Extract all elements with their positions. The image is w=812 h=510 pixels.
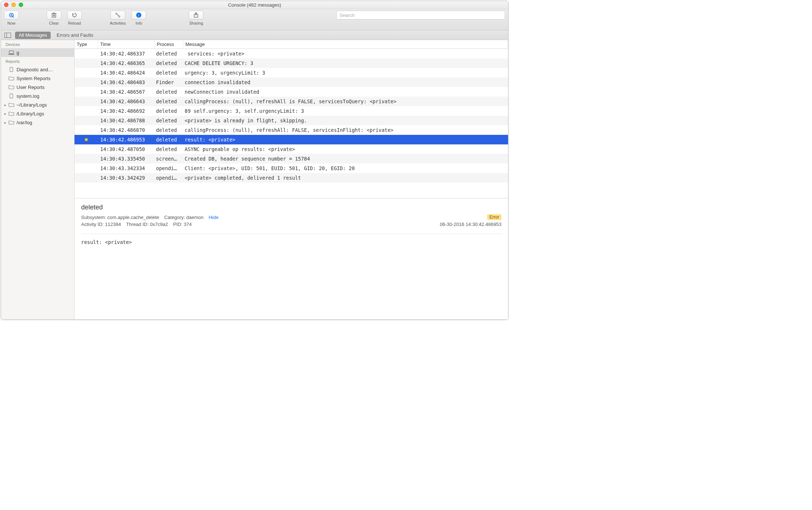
disclosure-triangle-icon[interactable]: ▸	[3, 121, 7, 125]
detail-process: deleted	[81, 204, 501, 211]
info-button[interactable]: i	[131, 11, 146, 19]
row-time: 14:30:42.486643	[98, 98, 155, 104]
sidebar-report-item[interactable]: ▸~/Library/Logs	[1, 100, 74, 109]
detail-hide-link[interactable]: Hide	[209, 215, 218, 220]
row-time: 14:30:42.486424	[98, 70, 155, 76]
sidebar-report-item[interactable]: System Reports	[1, 74, 74, 83]
sidebar-report-item[interactable]: Diagnostic and…	[1, 65, 74, 74]
sidebar-item-label: /Library/Logs	[17, 111, 44, 116]
toggle-sidebar-button[interactable]	[3, 31, 13, 39]
th-process[interactable]: Process	[155, 40, 183, 49]
row-time: 14:30:42.486337	[98, 51, 155, 57]
file-icon	[8, 93, 14, 98]
row-message: callingProcess: (null), refreshAll: FALS…	[183, 127, 508, 133]
detail-activity: 112384	[105, 222, 121, 227]
detail-timestamp: 06-30-2016 14:30:42.486953	[440, 222, 501, 227]
sidebar-item-label: Diagnostic and…	[17, 67, 53, 72]
info-label: Info	[135, 21, 142, 25]
detail-error-badge: Error	[487, 214, 501, 220]
svg-point-1	[11, 14, 12, 16]
minimize-window-button[interactable]	[11, 3, 16, 7]
row-time: 14:30:42.486953	[98, 137, 155, 143]
reload-icon	[72, 12, 77, 18]
sidebar-item-label: ~/Library/Logs	[17, 102, 47, 108]
sidebar-devices-header: Devices	[1, 40, 74, 48]
console-window: Console (482 messages) Now Clear	[1, 1, 508, 320]
toolbar: Now Clear Reload	[1, 9, 508, 30]
activities-icon	[115, 12, 121, 18]
detail-category: daemon	[186, 215, 203, 220]
share-button[interactable]	[189, 11, 203, 19]
now-label: Now	[7, 21, 15, 25]
sidebar-report-item[interactable]: ▸/Library/Logs	[1, 109, 74, 118]
folder-icon	[8, 85, 14, 90]
activities-label: Activities	[110, 21, 126, 25]
row-process: opendi…	[155, 175, 183, 181]
table-header: Type Time Process Message	[75, 40, 508, 49]
sidebar-report-item[interactable]: User Reports	[1, 83, 74, 91]
table-body[interactable]: 14:30:42.486337deleted_services: <privat…	[75, 49, 508, 198]
sidebar-report-item[interactable]: ▸/var/log	[1, 118, 74, 127]
detail-activity-label: Activity ID:	[81, 222, 104, 227]
disclosure-triangle-icon[interactable]: ▸	[3, 103, 7, 107]
row-message: _services: <private>	[183, 51, 508, 57]
sidebar-report-item[interactable]: system.log	[1, 91, 74, 100]
sidebar-device[interactable]: g	[1, 48, 74, 57]
laptop-icon	[8, 50, 14, 55]
close-window-button[interactable]	[4, 3, 8, 7]
table-row[interactable]: 14:30:42.486424deletedurgency: 3, urgenc…	[75, 68, 508, 78]
detail-pid: 374	[184, 222, 192, 227]
sidebar-reports-header: Reports	[1, 57, 74, 65]
info-icon: i	[136, 12, 142, 18]
table-row[interactable]: 14:30:43.335450screen…Created DB, header…	[75, 154, 508, 164]
table-row[interactable]: 14:30:42.486953deletedresult: <private>	[75, 135, 508, 144]
detail-subsystem-label: Subsystem:	[81, 215, 106, 220]
sidebar-device-label: g	[17, 50, 19, 55]
filter-errors-faults[interactable]: Errors and Faults	[53, 32, 97, 39]
table-row[interactable]: 14:30:42.486365deletedCACHE_DELETE_URGEN…	[75, 58, 508, 68]
th-message[interactable]: Message	[183, 40, 508, 49]
row-message: Created DB, header sequence number = 157…	[183, 156, 508, 162]
disclosure-triangle-icon[interactable]: ▸	[3, 112, 7, 116]
table-row[interactable]: 14:30:43.342429opendi…<private> complete…	[75, 173, 508, 183]
activities-button[interactable]	[110, 11, 125, 19]
sidebar-item-label: User Reports	[17, 85, 45, 90]
table-row[interactable]: 14:30:42.486483Finderconnection invalida…	[75, 78, 508, 87]
sharing-label: Sharing	[189, 21, 203, 25]
table-row[interactable]: 14:30:42.486870deletedcallingProcess: (n…	[75, 125, 508, 135]
row-process: deleted	[155, 137, 183, 143]
now-icon	[8, 12, 14, 18]
table-row[interactable]: 14:30:42.486788deleted<private> is alrea…	[75, 116, 508, 125]
detail-category-label: Category:	[164, 215, 185, 220]
row-process: deleted	[155, 51, 183, 57]
row-message: callingProcess: (null), refreshAll is FA…	[183, 98, 508, 104]
row-process: deleted	[155, 98, 183, 104]
table-row[interactable]: 14:30:42.486567deletednewConnection inva…	[75, 87, 508, 97]
row-time: 14:30:42.486870	[98, 127, 155, 133]
search-input[interactable]	[336, 11, 505, 19]
th-time[interactable]: Time	[98, 40, 155, 49]
table-row[interactable]: 14:30:42.486643deletedcallingProcess: (n…	[75, 97, 508, 106]
table-row[interactable]: 14:30:42.487050deletedASYNC purgeable op…	[75, 144, 508, 154]
table-row[interactable]: 14:30:42.486692deleted89 self.urgency: 3…	[75, 106, 508, 116]
row-process: deleted	[155, 127, 183, 133]
table-row[interactable]: 14:30:42.486337deleted_services: <privat…	[75, 49, 508, 58]
svg-text:i: i	[138, 13, 139, 17]
row-time: 14:30:42.486692	[98, 108, 155, 114]
th-type[interactable]: Type	[75, 40, 98, 49]
row-time: 14:30:42.487050	[98, 146, 155, 152]
row-message: <private> is already in flight, skipping…	[183, 118, 508, 123]
row-type	[75, 138, 98, 141]
zoom-window-button[interactable]	[19, 3, 23, 7]
filter-all-messages[interactable]: All Messages	[15, 32, 51, 39]
row-process: deleted	[155, 70, 183, 76]
table-row[interactable]: 14:30:43.342334opendi…Client: <private>,…	[75, 164, 508, 173]
row-message: result: <private>	[183, 137, 508, 143]
now-button[interactable]	[4, 11, 19, 19]
detail-thread: 0x7c9a2	[150, 222, 168, 227]
reload-button[interactable]	[67, 11, 82, 19]
row-message: Client: <private>, UID: 501, EUID: 501, …	[183, 165, 508, 171]
clear-button[interactable]	[47, 11, 61, 19]
body: Devices g Reports Diagnostic and…System …	[1, 40, 508, 319]
row-time: 14:30:42.486788	[98, 118, 155, 123]
